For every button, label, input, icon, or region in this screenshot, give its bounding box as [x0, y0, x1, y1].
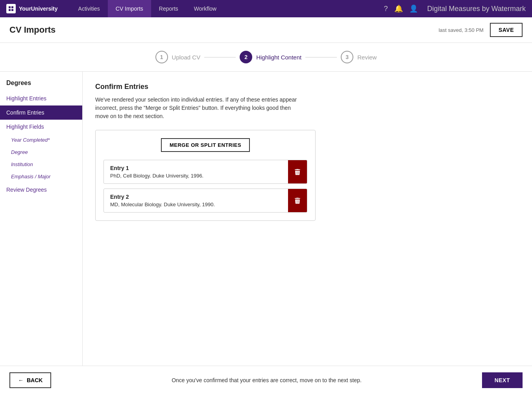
back-button-label: BACK	[27, 377, 42, 383]
sidebar-item-confirm-entries[interactable]: Confirm Entries	[0, 105, 82, 120]
entry-card-1: Entry 1 PhD, Cell Biology. Duke Universi…	[103, 160, 307, 184]
sidebar-item-emphasis-major[interactable]: Emphasis / Major	[0, 170, 82, 183]
nav-reports[interactable]: Reports	[151, 0, 186, 17]
sidebar-item-institution[interactable]: Institution	[0, 158, 82, 170]
step-2: 2 Highlight Content	[240, 51, 301, 63]
sidebar-item-highlight-fields[interactable]: Highlight Fields	[0, 120, 82, 134]
header-right: last saved, 3:50 PM SAVE	[439, 23, 523, 37]
step-line-2	[305, 57, 337, 57]
step-1: 1 Upload CV	[155, 51, 201, 63]
svg-rect-2	[9, 9, 11, 11]
entry-2-text: MD, Molecular Biology. Duke University, …	[110, 202, 282, 207]
section-title: Confirm Entries	[95, 83, 519, 91]
brand-name: YourUniversity	[19, 6, 58, 12]
sidebar-heading: Degrees	[0, 80, 82, 91]
step-line-1	[204, 57, 236, 57]
steps-bar: 1 Upload CV 2 Highlight Content 3 Review	[0, 43, 532, 72]
sidebar: Degrees Highlight Entries Confirm Entrie…	[0, 72, 83, 366]
last-saved: last saved, 3:50 PM	[439, 27, 484, 33]
bell-icon[interactable]: 🔔	[394, 4, 403, 13]
nav-activities[interactable]: Activities	[70, 0, 108, 17]
entry-2-name: Entry 2	[110, 194, 282, 200]
nav-workflow[interactable]: Workflow	[186, 0, 224, 17]
step-3-label: Review	[357, 54, 377, 61]
user-icon[interactable]: 👤	[409, 4, 418, 13]
step-2-label: Highlight Content	[256, 54, 301, 61]
footer-text: Once you've confirmed that your entries …	[51, 377, 482, 383]
main-nav: Activities CV Imports Reports Workflow	[70, 0, 384, 17]
sidebar-item-highlight-entries[interactable]: Highlight Entries	[0, 91, 82, 105]
entry-body-1: Entry 1 PhD, Cell Biology. Duke Universi…	[104, 160, 288, 183]
step-3: 3 Review	[341, 51, 377, 63]
main-content: Degrees Highlight Entries Confirm Entrie…	[0, 72, 532, 366]
sidebar-item-year-completed[interactable]: Year Completed*	[0, 134, 82, 146]
next-button[interactable]: NEXT	[482, 372, 523, 388]
top-nav: YourUniversity Activities CV Imports Rep…	[0, 0, 532, 17]
entries-box: MERGE OR SPLIT ENTRIES Entry 1 PhD, Cell…	[95, 130, 316, 221]
step-2-circle: 2	[240, 51, 252, 63]
save-button[interactable]: SAVE	[490, 23, 523, 37]
page-title: CV Imports	[9, 25, 55, 35]
nav-cv-imports[interactable]: CV Imports	[108, 0, 151, 17]
entry-2-delete-button[interactable]	[288, 189, 307, 212]
entry-1-delete-button[interactable]	[288, 160, 307, 183]
section-description: We've rendered your selection into indiv…	[95, 96, 300, 120]
nav-icons: ? 🔔 👤 Digital Measures by Watermark	[384, 4, 526, 13]
sidebar-item-degree[interactable]: Degree	[0, 146, 82, 158]
svg-rect-1	[11, 6, 13, 8]
sidebar-item-review-degrees[interactable]: Review Degrees	[0, 183, 82, 197]
footer: ← BACK Once you've confirmed that your e…	[0, 366, 532, 394]
merge-split-button[interactable]: MERGE OR SPLIT ENTRIES	[161, 138, 250, 152]
watermark-brand: Digital Measures by Watermark	[427, 5, 526, 13]
entry-1-name: Entry 1	[110, 165, 282, 171]
page-content: Confirm Entries We've rendered your sele…	[83, 72, 532, 366]
svg-rect-0	[9, 6, 11, 8]
entry-1-text: PhD, Cell Biology. Duke University, 1996…	[110, 173, 282, 179]
help-icon[interactable]: ?	[384, 5, 388, 13]
svg-rect-3	[11, 9, 13, 11]
back-button[interactable]: ← BACK	[9, 372, 51, 388]
back-arrow-icon: ←	[18, 377, 24, 383]
brand: YourUniversity	[6, 4, 58, 13]
entry-body-2: Entry 2 MD, Molecular Biology. Duke Univ…	[104, 189, 288, 212]
step-3-circle: 3	[341, 51, 353, 63]
entry-card-2: Entry 2 MD, Molecular Biology. Duke Univ…	[103, 189, 307, 213]
step-1-circle: 1	[155, 51, 168, 63]
step-1-label: Upload CV	[172, 54, 201, 61]
brand-icon	[6, 4, 16, 13]
header-bar: CV Imports last saved, 3:50 PM SAVE	[0, 17, 532, 43]
